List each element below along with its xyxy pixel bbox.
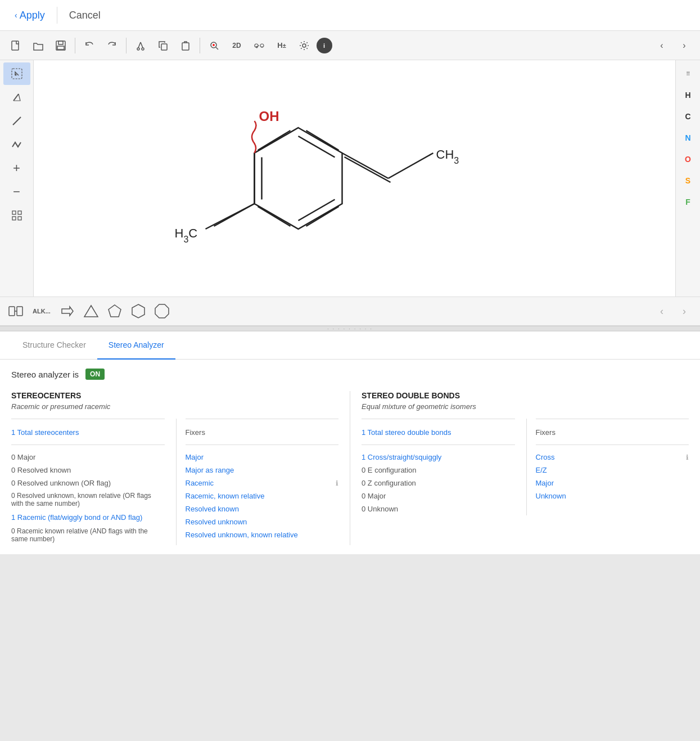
shape-nav-left-button[interactable]: ‹ [652, 301, 672, 321]
benzene-ring [255, 128, 342, 229]
stereo-toggle[interactable]: ON [85, 369, 105, 380]
shape-complex1-button[interactable] [6, 301, 26, 321]
svg-rect-49 [17, 307, 22, 316]
paste-button[interactable] [175, 35, 196, 56]
stereo-double-bonds-subtitle: Equal mixture of geometric isomers [362, 402, 689, 411]
resize-handle[interactable]: · · · · · · · · · [0, 326, 700, 331]
bond-chain-button[interactable] [3, 133, 30, 156]
double-fixers-divider [536, 419, 689, 419]
stereo-double-bonds-inner: 1 Total stereo double bonds 1 Cross/stra… [362, 419, 689, 515]
C-element-button[interactable]: C [678, 107, 698, 125]
svg-text:OH: OH [259, 109, 279, 124]
new-file-button[interactable] [6, 35, 26, 56]
svg-point-4 [137, 48, 139, 50]
dots-grid-button[interactable]: ⠿ [678, 65, 698, 83]
cross-info-icon[interactable]: ℹ [686, 453, 689, 461]
add-atom-button[interactable]: + [3, 157, 30, 179]
cancel-button[interactable]: Cancel [60, 5, 110, 26]
double-bonds-fixers: Fixers Cross ℹ E/Z Major [526, 419, 689, 515]
svg-line-7 [141, 42, 143, 48]
fixer-racemic-known-rel-link[interactable]: Racemic, known relative [186, 492, 265, 500]
svg-marker-51 [62, 307, 73, 316]
svg-rect-28 [18, 217, 21, 220]
fixer-major-link[interactable]: Major [186, 453, 204, 461]
shape-nav-right-button[interactable]: › [674, 301, 694, 321]
fixer-unknown-link[interactable]: Unknown [536, 492, 566, 500]
resolved-unknown-or-stat: 0 Resolved unknown (OR flag) [11, 477, 165, 489]
fixer-double-major: Major [536, 477, 689, 489]
erase-tool-button[interactable] [3, 86, 30, 109]
bottom-panel: Structure Checker Stereo Analyzer Stereo… [0, 331, 700, 554]
double-stats-divider-2 [362, 444, 515, 445]
stats-divider-2 [11, 444, 165, 445]
nav-right-button[interactable]: › [674, 35, 694, 56]
2d-button[interactable]: 2D [227, 35, 247, 56]
zoom-search-button[interactable] [204, 35, 224, 56]
open-file-button[interactable] [28, 35, 48, 56]
svg-rect-0 [12, 41, 19, 50]
settings-button[interactable] [294, 35, 314, 56]
arrow-button[interactable] [57, 301, 78, 321]
svg-rect-3 [57, 46, 64, 50]
apply-button[interactable]: ‹ Apply [6, 5, 54, 26]
hplus-button[interactable]: H± [272, 35, 292, 56]
O-element-button[interactable]: O [678, 150, 698, 168]
nav-left-button[interactable]: ‹ [652, 35, 672, 56]
racemic-stat: 1 Racemic (flat/wiggly bond or AND flag) [11, 510, 165, 524]
svg-line-24 [13, 117, 21, 125]
subtract-atom-button[interactable]: − [3, 181, 30, 203]
svg-line-34 [306, 131, 339, 150]
hexagon-button[interactable] [128, 301, 148, 321]
svg-line-31 [299, 200, 335, 221]
pentagon-button[interactable] [105, 301, 125, 321]
cut-button[interactable] [130, 35, 151, 56]
canvas-area[interactable]: H3C OH CH3 [34, 60, 675, 297]
double-fixers-divider-2 [536, 444, 689, 445]
fixer-resolved-known-link[interactable]: Resolved known [186, 505, 239, 513]
fixer-racemic-known-rel: Racemic, known relative [186, 489, 339, 502]
fixer-major: Major [186, 451, 339, 464]
stereo-analyzer-tab[interactable]: Stereo Analyzer [97, 331, 175, 360]
triangle-button[interactable] [81, 301, 101, 321]
save-file-button[interactable] [51, 35, 71, 56]
svg-marker-53 [109, 305, 121, 317]
fixer-cross-link[interactable]: Cross [536, 453, 555, 461]
alky-button[interactable]: ALK... [29, 301, 54, 321]
fixer-resolved-unknown-link[interactable]: Resolved unknown [186, 518, 247, 526]
racemic-info-icon[interactable]: ℹ [336, 479, 338, 487]
fixer-racemic-link[interactable]: Racemic [186, 479, 214, 487]
template-button[interactable] [3, 204, 30, 227]
undo-button[interactable] [79, 35, 100, 56]
fixer-racemic: Racemic ℹ [186, 477, 339, 489]
svg-point-19 [302, 44, 306, 47]
H-element-button[interactable]: H [678, 86, 698, 104]
stereo-double-bonds-title: STEREO DOUBLE BONDS [362, 391, 689, 400]
N-element-button[interactable]: N [678, 129, 698, 147]
svg-text:+: + [256, 45, 258, 48]
atom-map-button[interactable]: + - [249, 35, 269, 56]
octagon-button[interactable] [152, 301, 172, 321]
copy-button[interactable] [153, 35, 173, 56]
info-button[interactable]: i [317, 38, 332, 53]
right-tools: ⠿ H C N O S F [675, 60, 700, 297]
fixer-ez: E/Z [536, 464, 689, 477]
fixer-resolved-unknown: Resolved unknown [186, 515, 339, 528]
fixer-double-major-link[interactable]: Major [536, 479, 554, 487]
redo-button[interactable] [102, 35, 122, 56]
fixer-ez-link[interactable]: E/Z [536, 466, 547, 474]
svg-text:CH3: CH3 [436, 147, 459, 165]
select-tool-button[interactable] [3, 62, 30, 85]
fixer-resolved-unknown-known-rel-link[interactable]: Resolved unknown, known relative [186, 531, 298, 539]
structure-checker-tab[interactable]: Structure Checker [11, 331, 97, 360]
bond-single-button[interactable] [3, 110, 30, 132]
resize-dots-icon: · · · · · · · · · [327, 326, 373, 332]
fixers-divider [186, 419, 339, 419]
F-element-button[interactable]: F [678, 193, 698, 211]
top-divider [57, 7, 57, 24]
fixer-major-as-range-link[interactable]: Major as range [186, 466, 234, 474]
left-tools: + − [0, 60, 34, 297]
S-element-button[interactable]: S [678, 172, 698, 190]
svg-marker-54 [132, 304, 144, 318]
stereo-double-bonds-stats: 1 Total stereo double bonds 1 Cross/stra… [362, 419, 515, 515]
stereocenters-fixers: Fixers Major Major as range Racemic ℹ [176, 419, 339, 545]
